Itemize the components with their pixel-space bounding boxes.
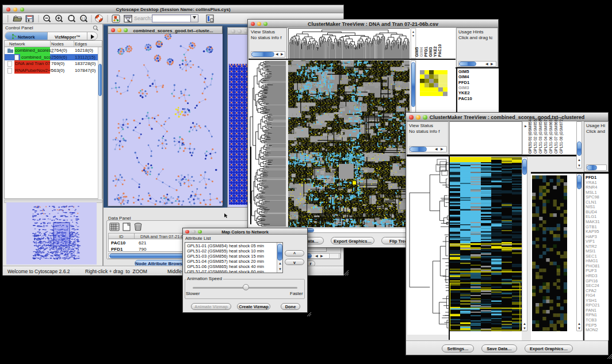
svg-text:1:1: 1:1 [82, 17, 86, 20]
